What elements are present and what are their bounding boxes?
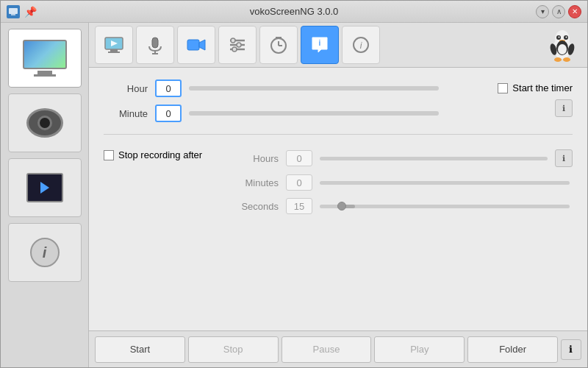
svg-rect-3 (110, 49, 118, 52)
stop-sliders: Hours 0 ℹ Minutes 0 Se (234, 149, 573, 214)
titlebar-left: 📌 (7, 5, 37, 18)
screen-base (34, 74, 56, 77)
stop-seconds-value: 15 (286, 198, 312, 214)
sidebar-item-screen[interactable] (8, 29, 82, 88)
about-icon: i (351, 35, 371, 55)
stop-info-button[interactable]: ℹ (555, 149, 573, 167)
maximize-button[interactable]: ∧ (552, 5, 565, 18)
hour-value[interactable]: 0 (155, 79, 182, 97)
pause-button[interactable]: Pause (282, 336, 372, 363)
stop-minutes-row: Minutes 0 (234, 174, 573, 191)
svg-point-15 (237, 43, 241, 47)
stop-recording-section: Stop recording after Hours 0 ℹ Minutes (104, 149, 573, 214)
tab-audio[interactable] (136, 26, 174, 64)
minute-label: Minute (104, 108, 148, 119)
screen-display-icon (23, 40, 67, 69)
pin-icon[interactable]: 📌 (24, 6, 37, 18)
tab-about[interactable]: i (342, 26, 380, 64)
svg-rect-6 (152, 38, 158, 48)
svg-text:i: i (319, 39, 321, 47)
close-button[interactable]: ✕ (568, 5, 581, 18)
video-tab-icon (186, 35, 207, 55)
hour-label: Hour (104, 83, 148, 94)
start-button[interactable]: Start (95, 336, 185, 363)
tab-settings[interactable] (218, 26, 257, 64)
svg-point-29 (566, 37, 567, 38)
stop-seconds-label: Seconds (234, 201, 279, 212)
hour-row: Hour 0 (104, 79, 498, 97)
clock-icon (268, 35, 289, 55)
camera-icon (26, 108, 63, 138)
minute-value[interactable]: 0 (155, 105, 182, 122)
sidebar: i (1, 23, 89, 367)
divider (104, 134, 573, 135)
tab-timer[interactable] (259, 26, 298, 64)
svg-point-32 (558, 44, 567, 54)
main-content: i (1, 23, 587, 367)
camera-lens (37, 116, 52, 130)
seconds-slider-thumb[interactable] (337, 202, 346, 210)
settings-icon (227, 35, 248, 55)
svg-text:i: i (360, 40, 362, 51)
info-circle-icon: i (30, 238, 60, 267)
timer-info-button[interactable]: ℹ (555, 99, 573, 117)
video-icon (26, 173, 63, 202)
svg-point-16 (232, 47, 237, 52)
stop-minutes-slider[interactable] (320, 181, 570, 185)
stop-minutes-label: Minutes (234, 177, 279, 188)
timer-right: Start the timer ℹ (498, 79, 573, 117)
bottom-info-button[interactable]: ℹ (561, 339, 581, 360)
hour-slider[interactable] (189, 86, 439, 91)
sidebar-item-info[interactable]: i (8, 223, 82, 282)
minute-row: Minute 0 (104, 105, 498, 122)
stop-hours-value: 0 (286, 150, 312, 166)
app-icon (7, 5, 20, 18)
folder-button[interactable]: Folder (467, 336, 558, 363)
svg-rect-0 (9, 8, 18, 14)
stop-seconds-row: Seconds 15 (234, 198, 573, 214)
svg-rect-9 (187, 40, 199, 50)
tux-icon (543, 26, 581, 64)
tab-screen[interactable] (95, 26, 133, 64)
info-bubble-icon: i (309, 35, 330, 55)
stop-hours-label: Hours (234, 153, 279, 164)
svg-marker-10 (199, 40, 205, 50)
content-area: Hour 0 Minute 0 (89, 68, 587, 330)
stop-hours-row: Hours 0 ℹ (234, 149, 573, 167)
main-window: 📌 vokoScreenNG 3.0.0 ▾ ∧ ✕ (0, 0, 588, 368)
stop-button[interactable]: Stop (188, 336, 279, 363)
titlebar: 📌 vokoScreenNG 3.0.0 ▾ ∧ ✕ (1, 1, 587, 23)
stop-hours-slider[interactable] (320, 157, 548, 160)
start-timer-row: Start the timer (498, 82, 573, 93)
stop-seconds-slider[interactable] (320, 205, 570, 208)
play-triangle-icon (40, 182, 49, 194)
timer-section: Hour 0 Minute 0 (104, 79, 573, 122)
tab-video[interactable] (177, 26, 215, 64)
svg-point-28 (559, 37, 560, 38)
minute-slider[interactable] (189, 111, 439, 116)
start-timer-label: Start the timer (512, 82, 573, 93)
timer-controls: Hour 0 Minute 0 (104, 79, 498, 122)
bottom-bar: Start Stop Pause Play Folder ℹ (89, 330, 587, 367)
titlebar-controls: ▾ ∧ ✕ (536, 5, 581, 18)
sidebar-item-camera[interactable] (8, 93, 82, 152)
tab-info-active[interactable]: i (301, 26, 339, 64)
svg-rect-4 (108, 52, 120, 53)
toolbar: i i (89, 23, 587, 68)
stop-recording-label: Stop recording after (118, 149, 202, 160)
stop-minutes-value: 0 (286, 174, 312, 191)
linux-mascot (543, 26, 581, 64)
stop-label-row: Stop recording after (104, 149, 229, 160)
play-button[interactable]: Play (374, 336, 465, 363)
stop-recording-checkbox[interactable] (104, 150, 114, 160)
right-panel: i i (89, 23, 587, 367)
sidebar-item-video[interactable] (8, 158, 82, 217)
start-timer-checkbox[interactable] (498, 83, 508, 93)
window-title: vokoScreenNG 3.0.0 (250, 6, 339, 17)
microphone-icon (145, 35, 165, 55)
svg-rect-1 (11, 14, 15, 15)
svg-point-36 (563, 57, 570, 62)
svg-point-35 (554, 57, 562, 62)
minimize-button[interactable]: ▾ (536, 5, 549, 18)
svg-point-14 (231, 38, 235, 43)
